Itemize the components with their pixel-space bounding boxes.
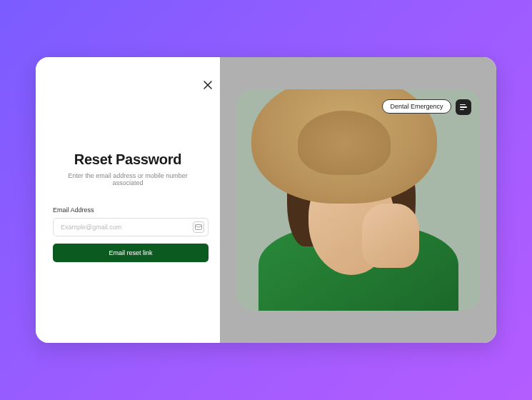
page-title: Reset Password: [53, 151, 203, 168]
dental-emergency-badge[interactable]: Dental Emergency: [382, 99, 451, 114]
menu-icon[interactable]: [456, 99, 471, 115]
svg-rect-0: [196, 225, 202, 230]
page-subtitle: Enter the email address or mobile number…: [53, 172, 203, 186]
hero-image: Dental Emergency: [237, 89, 480, 311]
mail-icon: [193, 221, 204, 233]
email-input-wrap: [53, 218, 209, 236]
email-field[interactable]: [53, 218, 209, 236]
email-label: Email Address: [53, 206, 203, 214]
person-illustration: [237, 89, 480, 311]
form-panel: Reset Password Enter the email address o…: [36, 57, 220, 343]
close-icon[interactable]: [203, 80, 213, 90]
form-content: Reset Password Enter the email address o…: [53, 151, 203, 262]
hero-panel: Dental Emergency: [220, 57, 496, 343]
reset-password-card: Reset Password Enter the email address o…: [36, 57, 496, 343]
email-reset-link-button[interactable]: Email reset link: [53, 244, 209, 262]
